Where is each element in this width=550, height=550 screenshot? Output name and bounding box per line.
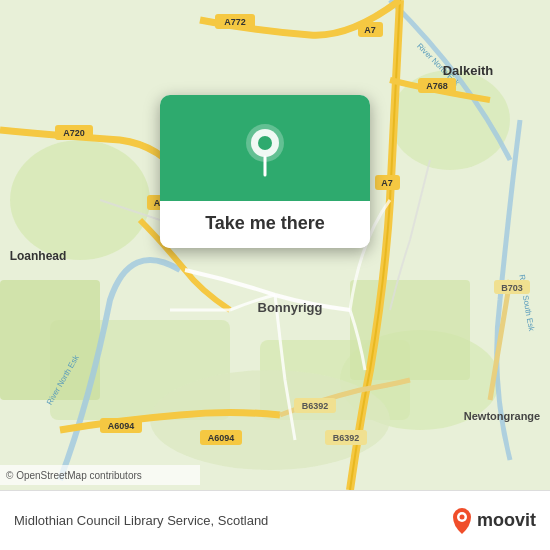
moovit-pin-icon <box>451 508 473 534</box>
svg-text:Newtongrange: Newtongrange <box>464 410 540 422</box>
svg-text:© OpenStreetMap contributors: © OpenStreetMap contributors <box>6 470 142 481</box>
popup-header <box>160 95 370 201</box>
svg-text:B6392: B6392 <box>333 433 360 443</box>
svg-text:A768: A768 <box>426 81 448 91</box>
svg-point-1 <box>10 140 150 260</box>
bottom-info-bar: Midlothian Council Library Service, Scot… <box>0 490 550 550</box>
svg-text:A6094: A6094 <box>208 433 235 443</box>
location-popup: Take me there <box>160 95 370 248</box>
take-me-there-button[interactable]: Take me there <box>160 201 370 248</box>
moovit-label: moovit <box>477 510 536 531</box>
svg-text:B703: B703 <box>501 283 523 293</box>
svg-text:A772: A772 <box>224 17 246 27</box>
svg-text:B6392: B6392 <box>302 401 329 411</box>
svg-text:A7: A7 <box>381 178 393 188</box>
svg-text:Loanhead: Loanhead <box>10 249 67 263</box>
svg-text:A6094: A6094 <box>108 421 135 431</box>
svg-text:A7: A7 <box>364 25 376 35</box>
svg-text:Bonnyrigg: Bonnyrigg <box>258 300 323 315</box>
location-pin-icon <box>242 123 288 179</box>
svg-point-44 <box>459 514 464 519</box>
location-label: Midlothian Council Library Service, Scot… <box>14 513 443 528</box>
svg-text:Dalkeith: Dalkeith <box>443 63 494 78</box>
svg-rect-6 <box>0 280 100 400</box>
map-view: River North Esk River North Esk River So… <box>0 0 550 490</box>
moovit-logo: moovit <box>451 508 536 534</box>
svg-text:A720: A720 <box>63 128 85 138</box>
